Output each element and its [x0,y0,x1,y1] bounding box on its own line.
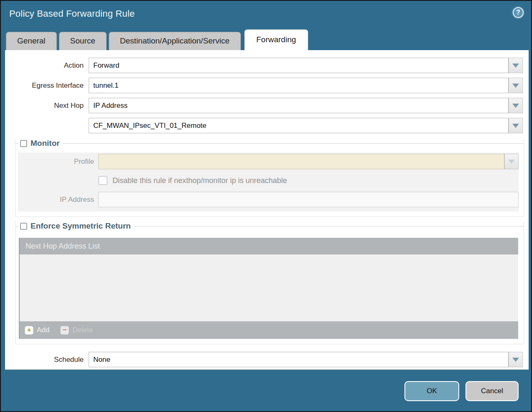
schedule-row: Schedule None [5,352,523,367]
tab-general[interactable]: General [6,32,57,50]
monitor-legend-label: Monitor [31,139,60,148]
egress-interface-row: Egress Interface tunnel.1 [5,78,523,93]
chevron-down-icon [512,358,519,362]
tab-destination-application-service[interactable]: Destination/Application/Service [109,32,241,50]
egress-interface-select[interactable]: tunnel.1 [89,78,509,93]
add-button-label: Add [37,326,49,334]
policy-based-forwarding-dialog: Policy Based Forwarding Rule ? General S… [0,0,532,412]
help-icon[interactable]: ? [513,7,524,18]
chevron-down-icon [512,104,519,108]
chevron-down-icon [512,84,519,88]
profile-label: Profile [18,158,98,166]
next-hop-address-row: CF_MWAN_IPsec_VTI_01_Remote [5,118,523,133]
next-hop-address-list-column-header[interactable]: Next Hop Address List [20,238,518,254]
next-hop-label: Next Hop [5,102,89,110]
next-hop-address-select[interactable]: CF_MWAN_IPsec_VTI_01_Remote [89,118,509,133]
delete-button-label: Delete [72,326,93,334]
action-select[interactable]: Forward [89,58,509,73]
delete-button: − Delete [60,326,93,335]
next-hop-address-dropdown-button[interactable] [509,118,523,133]
enforce-legend: Enforce Symmetric Return [15,221,524,231]
minus-icon: − [60,326,69,335]
plus-icon: + [25,326,33,335]
chevron-down-icon [512,124,519,128]
monitor-section: Monitor Profile Disable this rule if nex… [15,138,524,217]
tab-forwarding[interactable]: Forwarding [244,29,308,50]
chevron-down-icon [508,160,515,164]
profile-dropdown-button [504,154,519,169]
schedule-label: Schedule [5,356,89,364]
disable-rule-row: Disable this rule if nexthop/monitor ip … [98,176,519,185]
egress-interface-label: Egress Interface [5,81,89,90]
monitor-ip-label: IP Address [18,196,98,204]
disable-rule-label: Disable this rule if nexthop/monitor ip … [113,176,287,185]
next-hop-type-dropdown-button[interactable] [509,98,523,113]
monitor-checkbox[interactable] [20,140,27,147]
enforce-symmetric-return-section: Enforce Symmetric Return Next Hop Addres… [15,221,524,344]
add-button[interactable]: + Add [25,326,49,335]
dialog-titlebar: Policy Based Forwarding Rule ? [1,1,531,19]
profile-select [98,154,504,169]
next-hop-row: Next Hop IP Address [5,98,523,113]
monitor-body: Profile Disable this rule if nexthop/mon… [18,153,519,211]
enforce-symmetric-return-checkbox[interactable] [20,223,27,230]
grid-footer-toolbar: + Add − Delete [20,321,518,339]
forwarding-tab-panel: Action Forward Egress Interface tunnel.1… [5,50,529,370]
monitor-ip-row: IP Address [18,192,519,207]
chevron-down-icon [512,64,519,68]
dialog-title: Policy Based Forwarding Rule [9,8,531,19]
action-row: Action Forward [5,58,523,73]
schedule-dropdown-button[interactable] [509,352,523,367]
dialog-button-bar: OK Cancel [404,381,519,401]
next-hop-address-list-body[interactable] [20,254,518,321]
cancel-button[interactable]: Cancel [466,381,519,401]
disable-rule-checkbox [98,176,107,185]
ok-button[interactable]: OK [404,381,459,401]
enforce-legend-label: Enforce Symmetric Return [31,221,131,231]
monitor-legend: Monitor [15,138,524,148]
monitor-ip-input [98,192,519,207]
profile-row: Profile [18,154,519,169]
next-hop-type-select[interactable]: IP Address [89,98,509,113]
action-label: Action [5,61,89,70]
schedule-select[interactable]: None [89,352,509,367]
next-hop-address-list-grid: Next Hop Address List + Add − Delete [19,238,518,339]
egress-interface-dropdown-button[interactable] [509,78,523,93]
action-dropdown-button[interactable] [509,58,523,73]
tab-bar: General Source Destination/Application/S… [6,29,531,50]
tab-source[interactable]: Source [59,32,107,50]
